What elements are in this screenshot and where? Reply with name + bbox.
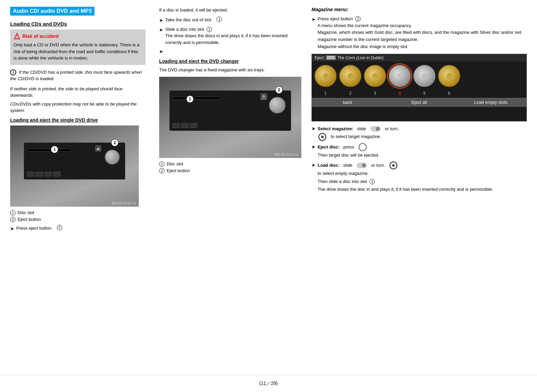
info-text-2: If neither side is printed, the side to … (10, 86, 146, 99)
mag-title: The Corrs (Live in Dublin) (337, 55, 384, 60)
stamp-mid: B62.86-6152-31 (274, 153, 299, 157)
info-block-1: i If the CD/DVD has a printed side, this… (10, 69, 146, 82)
eject-disc-item: ➤ Eject disc: press Then target disc wil… (312, 143, 527, 159)
warning-text: Only load a CD or DVD when the vehicle i… (14, 42, 142, 62)
left-captions: 1 Disc slot 2 Eject button (10, 210, 146, 222)
middle-column: If a disc is loaded, it will be ejected.… (152, 7, 305, 368)
caption-disc-slot-left: 1 Disc slot (10, 210, 146, 215)
disc-2 (339, 65, 361, 87)
middle-captions: 1 Disc slot 2 Eject button (159, 161, 298, 174)
circle-1-mid2: 1 (207, 27, 212, 32)
bullet2-detail: The drive draws the discs in and plays i… (165, 33, 287, 45)
disc-num-3: 3 (364, 91, 386, 96)
caption-disc-slot-mid: 1 Disc slot (159, 161, 298, 167)
bullet1-detail3: Magazine without the disc image is empty… (318, 44, 408, 49)
warning-triangle-icon: ! (14, 33, 20, 40)
bullet-take-disc: ➤ Take the disc out of slot 1 (159, 17, 298, 24)
dvd-changer-text: The DVD changer has a fixed magazine wit… (159, 67, 298, 73)
arrow-icon-3: ➤ (159, 48, 163, 55)
bullet1-detail2: Magazine, which shows with Gold disc, ar… (318, 30, 521, 42)
mag-header: Eject: DVD The Corrs (Live in Dublin) (312, 54, 527, 62)
bullet1-detail1: A menu shows the current magazine occupa… (318, 23, 412, 28)
label-2-left: 2 (111, 139, 119, 146)
single-dvd-image: 1 2 B62.86-6152-31 (10, 125, 139, 207)
arrow-icon-1: ➤ (159, 17, 163, 24)
disc-num-2: 2 (339, 91, 361, 96)
load-empty-slots-button[interactable]: Load empty slots (455, 98, 527, 107)
warning-box: ! Risk of accident Only load a CD or DVD… (10, 29, 146, 65)
disc-num-1: 1 (315, 91, 337, 96)
slide-control-icon (370, 126, 381, 132)
car-image-inner: 1 2 B62.86-6152-31 (10, 125, 139, 207)
circle-2-mid-cap: 2 (159, 168, 165, 174)
circle-2-left: 2 (10, 217, 16, 222)
arrow-eject: ➤ (312, 143, 316, 151)
arrow-press-eject: ➤ (312, 16, 316, 23)
section2-heading: Loading and eject the single DVD drive (10, 117, 146, 123)
info-text-3: CDs/DVDs with copy protection may not be… (10, 101, 146, 114)
press-control-icon (359, 143, 367, 151)
caption-eject-btn-mid: 2 Eject button (159, 168, 298, 174)
disc-num-5: 5 (413, 91, 435, 96)
ring-control-icon (318, 133, 326, 141)
content-area: Audio CD/ audio DVD and MP3 Loading CDs … (0, 0, 537, 375)
arrow-icon-press: ➤ (10, 225, 14, 232)
page-number: (11／29) (259, 381, 278, 386)
label-1-mid: 1 (186, 95, 194, 103)
circle-1-load: 1 (369, 179, 375, 184)
left-column: Audio CD/ audio DVD and MP3 Loading CDs … (10, 7, 152, 368)
circle-1-mid: 1 (216, 17, 222, 22)
discs-row (312, 62, 527, 90)
press-eject-item: ➤ Press eject button 2 (10, 225, 146, 232)
load-disc-item: ➤ Load disc: slide or turn. to select em… (312, 161, 527, 193)
page-container: Audio CD/ audio DVD and MP3 Loading CDs … (0, 0, 537, 392)
bullet-slide-disc: ➤ Slide a disc into slot 1 The drive dra… (159, 26, 298, 46)
mag-footer: back Eject all Load empty slots (312, 98, 527, 107)
disc-3 (364, 65, 386, 87)
select-mag-label: Select magazine: (318, 126, 353, 131)
intro-text: If a disc is loaded, it will be ejected. (159, 7, 298, 14)
svg-text:!: ! (16, 35, 17, 39)
magazine-menu-heading: Magazine menu: (312, 7, 527, 12)
page-title: Audio CD/ audio DVD and MP3 (10, 7, 94, 16)
slide-control-icon-2 (357, 163, 367, 168)
eject-all-button[interactable]: Eject all (383, 98, 455, 107)
press-eject-right: ➤ Press eject button 2 A menu shows the … (312, 16, 527, 50)
disc-6 (438, 65, 460, 87)
arrow-load: ➤ (312, 162, 316, 169)
arrow-select: ➤ (312, 125, 316, 132)
info-icon-1: i (10, 69, 16, 75)
disc-num-6: 6 (438, 91, 460, 96)
arrow-icon-2: ➤ (159, 26, 163, 33)
magazine-display: Eject: DVD The Corrs (Live in Dublin) (312, 54, 527, 121)
stamp-left: B62.86-6152-31 (112, 202, 136, 205)
warning-title: ! Risk of accident (14, 33, 142, 40)
bullet-arrow-empty: ➤ (159, 48, 298, 55)
mag-dvd-icon: DVD (326, 55, 336, 60)
circle-2-right: 2 (355, 16, 361, 22)
info-text-1: If the CD/DVD has a printed side, this m… (10, 70, 142, 82)
disc-1 (315, 65, 337, 87)
ring-control-icon-2 (389, 161, 398, 169)
circle-2-press: 2 (57, 225, 62, 230)
select-magazine-item: ➤ Select magazine: slide or turn. to sel… (312, 125, 527, 141)
caption-eject-btn-left: 2 Eject button (10, 217, 146, 222)
page-footer: (11／29) (0, 375, 537, 392)
disc-4 (389, 65, 411, 87)
section1-heading: Loading CDs and DVDs (10, 21, 146, 27)
disc-5 (413, 65, 435, 87)
label-1-left: 1 (51, 146, 58, 153)
disc-numbers-row: 1 2 3 4 5 6 (312, 90, 527, 98)
right-column: Magazine menu: ➤ Press eject button 2 A … (305, 7, 527, 368)
circle-1-left: 1 (10, 210, 16, 215)
circle-1-mid-cap: 1 (159, 161, 165, 167)
disc-num-4: 4 (389, 91, 411, 96)
eject-disc-label: Eject disc: (318, 144, 340, 149)
load-disc-label: Load disc: (318, 163, 340, 168)
label-2-mid: 2 (275, 86, 283, 94)
dvd-changer-image: 1 2 B62.86-6152-31 (159, 77, 301, 158)
back-button[interactable]: back (312, 98, 383, 107)
dvd-changer-heading: Loading and eject the DVD changer (159, 59, 298, 64)
